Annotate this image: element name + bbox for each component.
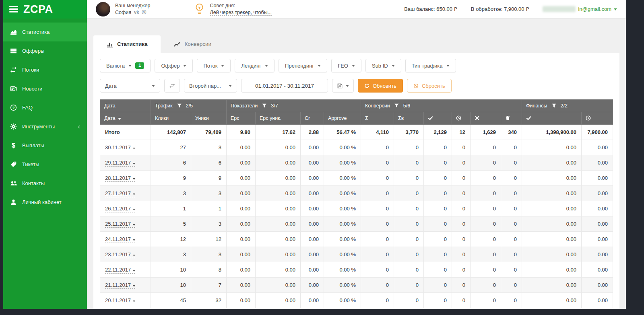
tip-title: Совет дня: <box>210 2 272 9</box>
cell-pending: 0 <box>452 262 471 278</box>
date-link[interactable]: 28.11.2017 <box>105 175 135 182</box>
processing-label: В обработке: <box>471 6 502 12</box>
date-link[interactable]: 24.11.2017 <box>105 236 135 243</box>
menu-icon[interactable] <box>9 6 18 13</box>
column-header-sum[interactable]: Σ <box>361 112 394 125</box>
x-icon <box>475 115 480 121</box>
column-label: Σв <box>398 115 404 121</box>
funnel-icon[interactable] <box>262 103 267 109</box>
sidebar-item-label: Статистика <box>22 29 50 35</box>
column-header-clicks[interactable]: Клики <box>151 112 191 125</box>
tab-statistics[interactable]: Статистика <box>93 35 161 53</box>
funnel-icon[interactable] <box>394 103 399 109</box>
cell-clicks: 27 <box>151 140 191 155</box>
cell-approved: 0 <box>424 140 452 155</box>
column-header-approved[interactable] <box>424 112 452 125</box>
caret-down-icon <box>183 65 186 67</box>
filter-label: Валюта <box>106 63 125 69</box>
column-header-fin-pending[interactable] <box>582 112 613 125</box>
date-link[interactable]: 26.11.2017 <box>105 206 135 212</box>
refresh-button[interactable]: Обновить <box>358 79 403 93</box>
cell-uniques: 12 <box>191 232 227 247</box>
sidebar-item-offers[interactable]: Офферы <box>3 41 87 60</box>
filter-stream-button[interactable]: Поток <box>197 59 231 72</box>
column-header-cr[interactable]: Cr <box>301 112 324 125</box>
sidebar-item-payouts[interactable]: $Выплаты <box>3 136 87 155</box>
date-link[interactable]: 23.11.2017 <box>105 251 135 258</box>
group-header-date[interactable]: Дата <box>100 100 151 112</box>
column-header-pending[interactable] <box>452 112 471 125</box>
filter-prelanding-button[interactable]: Препендинг <box>279 59 327 72</box>
funnel-icon[interactable] <box>551 103 557 109</box>
cell-pending: 0 <box>452 201 471 216</box>
group-header-conversions[interactable]: Конверсии5/6 <box>361 100 522 112</box>
filter-subid-button[interactable]: Sub ID <box>365 59 401 72</box>
filter-offer-button[interactable]: Оффер <box>155 59 193 72</box>
cell-pending: 0 <box>452 278 471 293</box>
date-link[interactable]: 29.11.2017 <box>105 160 135 167</box>
cell-fin-approved: 0.00 <box>522 186 582 201</box>
date-link[interactable]: 30.11.2017 <box>105 144 135 151</box>
date-link[interactable]: 21.11.2017 <box>105 282 135 289</box>
column-header-sum-b[interactable]: Σв <box>394 112 424 125</box>
table-group-header-row: ДатаТрафик2/5Показатели3/7Конверсии5/6Фи… <box>100 100 613 112</box>
cell-trashed: 0 <box>501 232 522 247</box>
second-param-select[interactable]: Второй пар... <box>184 79 237 93</box>
totals-row: Итого142,80779,4099.8017.622.8856.47 %4,… <box>100 125 613 140</box>
group-header-metrics[interactable]: Показатели3/7 <box>227 100 361 112</box>
filter-traffic-type-button[interactable]: Тип трафика <box>405 59 456 72</box>
column-header-trashed[interactable] <box>501 112 522 125</box>
sidebar-item-faq[interactable]: ?FAQ <box>3 98 87 117</box>
reset-button[interactable]: Сбросить <box>407 79 452 93</box>
filter-currency-button[interactable]: Валюта1 <box>100 59 151 72</box>
cell-cr: 0.00 <box>301 140 324 155</box>
cell-approve: 0.00 % <box>324 201 361 216</box>
filter-row-primary: Валюта1ОфферПотокЛендингПрепендингГЕОSub… <box>100 59 613 72</box>
cell-approved: 0 <box>424 293 452 308</box>
group-header-finance[interactable]: Финансы2/2 <box>522 100 613 112</box>
swap-button[interactable] <box>164 79 180 93</box>
sidebar-item-statistics[interactable]: Статистика <box>3 23 87 41</box>
column-label: Epc уник. <box>260 115 281 121</box>
group-by-select[interactable]: Дата <box>100 79 160 93</box>
filter-landing-button[interactable]: Лендинг <box>235 59 275 72</box>
column-header-epc-unique[interactable]: Epc уник. <box>256 112 301 125</box>
skype-icon[interactable]: Ⓢ <box>142 9 146 15</box>
column-header-uniques[interactable]: Уники <box>191 112 227 125</box>
date-link[interactable]: 22.11.2017 <box>105 267 135 274</box>
account-menu[interactable]: in@gmail.com <box>543 6 617 12</box>
column-header-fin-approved[interactable] <box>522 112 582 125</box>
table-body: Итого142,80779,4099.8017.622.8856.47 %4,… <box>100 125 613 308</box>
date-link[interactable]: 25.11.2017 <box>105 221 135 228</box>
export-button[interactable] <box>332 79 354 93</box>
cell-rejected: 0 <box>471 171 501 186</box>
column-header-epc[interactable]: Epc <box>227 112 256 125</box>
column-header-date[interactable]: Дата <box>100 112 151 125</box>
date-range-value: 01.01.2017 - 30.11.2017 <box>255 83 314 89</box>
sidebar-item-tools[interactable]: Инструменты‹ <box>3 117 87 136</box>
cell-fin-approved: 0.00 <box>522 140 582 155</box>
date-link[interactable]: 20.11.2017 <box>105 297 135 304</box>
sidebar-item-tickets[interactable]: Тикеты <box>3 155 87 174</box>
cell-clicks: 3 <box>151 186 191 201</box>
group-header-traffic[interactable]: Трафик2/5 <box>151 100 227 112</box>
sidebar-item-contacts[interactable]: Контакты <box>3 174 87 193</box>
totals-cell-approve: 56.47 % <box>324 125 361 140</box>
sidebar-item-streams[interactable]: Потоки <box>3 60 87 79</box>
date-link[interactable]: 27.11.2017 <box>105 190 135 197</box>
tab-conversions[interactable]: Конверсии <box>161 35 225 53</box>
funnel-icon[interactable] <box>177 103 182 109</box>
cell-date: 30.11.2017 <box>100 140 151 155</box>
cell-uniques: 3 <box>191 216 227 232</box>
tip-link[interactable]: Лей через трекер, чтобы... <box>210 10 272 16</box>
column-header-approve[interactable]: Approve <box>324 112 361 125</box>
date-range-input[interactable]: 01.01.2017 - 30.11.2017 <box>241 79 328 93</box>
sort-desc-icon <box>118 118 121 120</box>
vk-icon[interactable]: vk <box>134 9 139 15</box>
sidebar-item-news[interactable]: Новости <box>3 79 87 98</box>
totals-cell-sum: 4,110 <box>361 125 394 140</box>
cell-cr: 0.00 <box>301 293 324 308</box>
column-header-rejected[interactable] <box>471 112 501 125</box>
sidebar-item-account[interactable]: Личный кабинет <box>3 193 87 212</box>
filter-geo-button[interactable]: ГЕО <box>331 59 361 72</box>
